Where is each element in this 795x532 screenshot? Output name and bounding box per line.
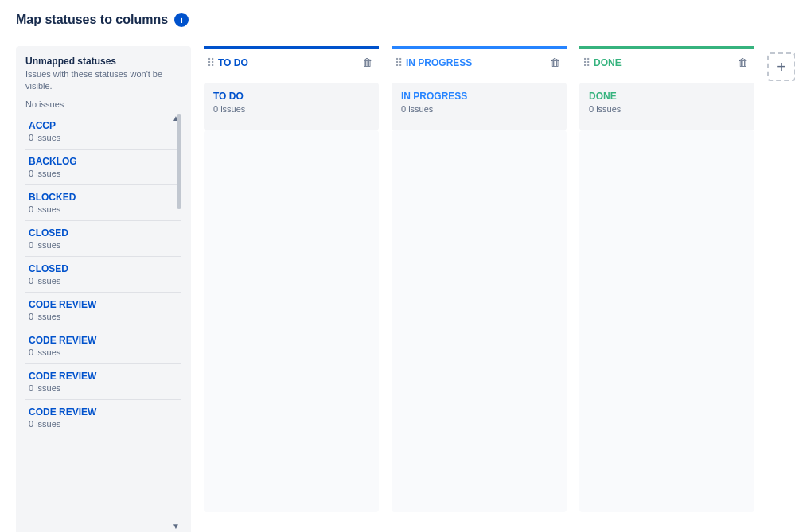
status-item[interactable]: BLOCKED 0 issues [25,185,181,221]
column-inprogress: ⠿ IN PROGRESS 🗑 IN PROGRESS 0 issues [392,46,567,512]
status-list: ACCP 0 issues BACKLOG 0 issues BLOCKED 0… [25,114,181,435]
sidebar-subtitle: Issues with these statuses won't be visi… [25,68,181,93]
status-name: CLOSED [29,263,178,274]
status-name: BLOCKED [29,192,178,203]
status-item[interactable]: BACKLOG 0 issues [25,150,181,185]
drag-handle-icon[interactable]: ⠿ [583,56,590,69]
scrollbar-thumb[interactable] [177,114,181,209]
card-status-name-inprogress: IN PROGRESS [401,91,557,102]
card-status-name-todo: TO DO [213,91,369,102]
card-status-name-done: DONE [589,91,745,102]
status-name: ACCP [29,120,178,131]
column-title-todo: TO DO [218,57,359,68]
sidebar-title: Unmapped statuses [25,56,181,67]
column-header-inprogress: ⠿ IN PROGRESS 🗑 [392,46,567,76]
card-count-done: 0 issues [589,104,745,114]
status-count: 0 issues [29,383,178,393]
delete-column-button-todo[interactable]: 🗑 [359,55,376,70]
status-item[interactable]: CODE REVIEW 0 issues [25,328,181,364]
column-card-todo: TO DO 0 issues [204,83,379,130]
scrollbar[interactable]: ▲ ▼ [177,114,181,530]
status-item[interactable]: CODE REVIEW 0 issues [25,293,181,328]
status-name: BACKLOG [29,156,178,167]
scroll-down-arrow[interactable]: ▼ [172,522,180,530]
page-title: Map statuses to columns [16,13,168,27]
columns-area: ⠿ TO DO 🗑 TO DO 0 issues ⠿ IN PROGRESS 🗑… [204,46,795,532]
column-done: ⠿ DONE 🗑 DONE 0 issues [579,46,754,512]
page-container: Map statuses to columns i Unmapped statu… [0,0,795,532]
drag-handle-icon[interactable]: ⠿ [207,56,215,69]
status-count: 0 issues [29,419,178,429]
status-count: 0 issues [29,276,178,285]
column-header-done: ⠿ DONE 🗑 [579,46,754,76]
status-count: 0 issues [29,240,178,250]
status-count: 0 issues [29,133,178,142]
column-card-inprogress: IN PROGRESS 0 issues [392,83,567,130]
delete-column-button-inprogress[interactable]: 🗑 [547,55,563,70]
status-name: CLOSED [29,227,178,239]
column-todo: ⠿ TO DO 🗑 TO DO 0 issues [204,46,379,512]
status-name: CODE REVIEW [29,371,178,382]
status-item[interactable]: CODE REVIEW 0 issues [25,364,181,400]
sidebar-list: ACCP 0 issues BACKLOG 0 issues BLOCKED 0… [25,114,181,530]
card-count-todo: 0 issues [213,104,369,114]
card-count-inprogress: 0 issues [401,104,557,114]
status-count: 0 issues [29,348,178,357]
page-header: Map statuses to columns i [16,13,779,27]
columns-container: ⠿ TO DO 🗑 TO DO 0 issues ⠿ IN PROGRESS 🗑… [204,46,754,512]
status-item[interactable]: CODE REVIEW 0 issues [25,400,181,435]
unmapped-statuses-sidebar: Unmapped statuses Issues with these stat… [16,46,191,532]
column-title-inprogress: IN PROGRESS [406,57,547,68]
main-content: Unmapped statuses Issues with these stat… [16,46,779,532]
column-title-done: DONE [594,57,735,68]
status-name: CODE REVIEW [29,406,178,417]
status-name: CODE REVIEW [29,335,178,346]
column-card-done: DONE 0 issues [579,83,754,130]
add-column-button[interactable]: + [767,52,795,81]
status-name: CODE REVIEW [29,299,178,310]
status-item[interactable]: CLOSED 0 issues [25,221,181,257]
status-count: 0 issues [29,312,178,321]
status-count: 0 issues [29,169,178,178]
column-body-done [579,130,754,512]
status-item[interactable]: CLOSED 0 issues [25,257,181,293]
column-header-todo: ⠿ TO DO 🗑 [204,46,379,76]
no-issues-label: No issues [25,99,181,109]
drag-handle-icon[interactable]: ⠿ [395,56,403,69]
info-icon[interactable]: i [174,13,189,27]
status-count: 0 issues [29,204,178,214]
column-body-inprogress [392,130,567,512]
column-body-todo [204,130,379,512]
delete-column-button-done[interactable]: 🗑 [735,55,751,70]
status-item[interactable]: ACCP 0 issues [25,114,181,150]
